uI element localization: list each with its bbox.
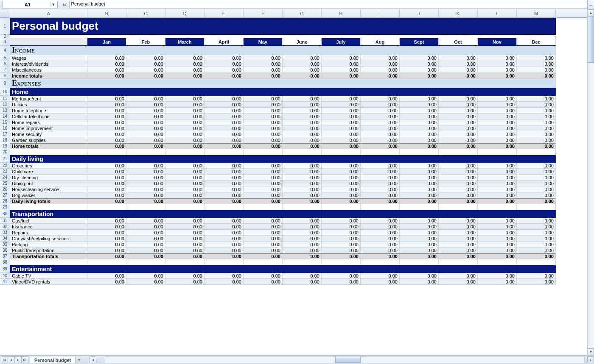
total-cell[interactable]: 0.00	[283, 198, 322, 204]
data-cell[interactable]: 0.00	[283, 96, 322, 102]
total-cell[interactable]: 0.00	[283, 73, 322, 79]
total-cell[interactable]: 0.00	[126, 73, 165, 79]
data-cell[interactable]: 0.00	[87, 242, 126, 247]
row-header[interactable]: 16	[0, 125, 10, 131]
data-cell[interactable]: 0.00	[205, 169, 244, 175]
column-header-K[interactable]: K	[439, 9, 478, 17]
data-cell[interactable]: 0.00	[478, 119, 517, 125]
data-cell[interactable]: 0.00	[165, 192, 205, 198]
data-cell[interactable]: 0.00	[283, 181, 322, 186]
row-label[interactable]: Insurance	[10, 224, 87, 230]
total-cell[interactable]: 0.00	[244, 198, 283, 204]
blank[interactable]	[361, 259, 400, 265]
data-cell[interactable]: 0.00	[322, 96, 361, 102]
data-cell[interactable]: 0.00	[283, 218, 322, 224]
data-cell[interactable]: 0.00	[517, 137, 556, 143]
data-cell[interactable]: 0.00	[126, 181, 165, 186]
blank[interactable]	[10, 204, 87, 210]
data-cell[interactable]: 0.00	[439, 163, 478, 169]
data-cell[interactable]: 0.00	[439, 137, 478, 143]
data-cell[interactable]: 0.00	[400, 279, 439, 285]
data-cell[interactable]: 0.00	[244, 242, 283, 247]
data-cell[interactable]: 0.00	[439, 169, 478, 175]
data-cell[interactable]: 0.00	[165, 96, 205, 102]
data-cell[interactable]: 0.00	[439, 236, 478, 242]
total-cell[interactable]: 0.00	[322, 198, 361, 204]
blank[interactable]	[322, 259, 361, 265]
data-cell[interactable]: 0.00	[244, 108, 283, 114]
data-cell[interactable]: 0.00	[205, 273, 244, 279]
data-cell[interactable]: 0.00	[126, 247, 165, 253]
blank[interactable]	[400, 204, 439, 210]
data-cell[interactable]: 0.00	[322, 163, 361, 169]
row-label[interactable]: Car wash/detailing services	[10, 236, 87, 242]
data-cell[interactable]: 0.00	[244, 163, 283, 169]
data-cell[interactable]: 0.00	[87, 186, 126, 192]
data-cell[interactable]: 0.00	[400, 55, 439, 61]
data-cell[interactable]: 0.00	[361, 224, 400, 230]
blank[interactable]	[165, 204, 205, 210]
data-cell[interactable]: 0.00	[283, 273, 322, 279]
data-cell[interactable]: 0.00	[165, 186, 205, 192]
data-cell[interactable]: 0.00	[322, 55, 361, 61]
row-header[interactable]: 35	[0, 242, 10, 247]
fx-icon[interactable]: fx	[63, 2, 67, 7]
row-header[interactable]: 21	[0, 155, 10, 163]
total-cell[interactable]: 0.00	[165, 198, 205, 204]
data-cell[interactable]: 0.00	[400, 67, 439, 73]
data-cell[interactable]: 0.00	[126, 224, 165, 230]
total-cell[interactable]: 0.00	[244, 143, 283, 149]
month-header[interactable]: Aug	[361, 38, 400, 46]
data-cell[interactable]: 0.00	[87, 218, 126, 224]
data-cell[interactable]: 0.00	[87, 108, 126, 114]
data-cell[interactable]: 0.00	[126, 114, 165, 119]
total-cell[interactable]: 0.00	[165, 253, 205, 259]
total-cell[interactable]: 0.00	[439, 143, 478, 149]
row-label[interactable]: Child care	[10, 169, 87, 175]
data-cell[interactable]: 0.00	[439, 279, 478, 285]
row-label[interactable]: Housecleaning service	[10, 186, 87, 192]
vertical-scrollbar[interactable]: ▲ ▼	[587, 9, 594, 355]
total-cell[interactable]: 0.00	[361, 73, 400, 79]
column-header-G[interactable]: G	[283, 9, 322, 17]
row-header[interactable]: 36	[0, 247, 10, 253]
total-label[interactable]: Daily living totals	[10, 198, 87, 204]
data-cell[interactable]: 0.00	[87, 61, 126, 67]
data-cell[interactable]: 0.00	[244, 224, 283, 230]
data-cell[interactable]: 0.00	[361, 163, 400, 169]
data-cell[interactable]: 0.00	[205, 186, 244, 192]
column-header-H[interactable]: H	[322, 9, 361, 17]
data-cell[interactable]: 0.00	[439, 247, 478, 253]
row-header[interactable]: 41	[0, 279, 10, 285]
data-cell[interactable]: 0.00	[205, 175, 244, 181]
data-cell[interactable]: 0.00	[126, 131, 165, 137]
data-cell[interactable]: 0.00	[517, 108, 556, 114]
new-sheet-icon[interactable]: ✦	[77, 357, 81, 363]
data-cell[interactable]: 0.00	[165, 175, 205, 181]
data-cell[interactable]: 0.00	[205, 242, 244, 247]
row-header[interactable]: 38	[0, 259, 10, 265]
total-cell[interactable]: 0.00	[400, 253, 439, 259]
data-cell[interactable]: 0.00	[244, 119, 283, 125]
data-cell[interactable]: 0.00	[361, 192, 400, 198]
row-header[interactable]: 28	[0, 198, 10, 204]
data-cell[interactable]: 0.00	[400, 273, 439, 279]
hscroll-track[interactable]	[105, 356, 585, 363]
blank[interactable]	[87, 259, 126, 265]
data-cell[interactable]: 0.00	[205, 137, 244, 143]
blank-cell[interactable]	[10, 35, 556, 38]
data-cell[interactable]: 0.00	[439, 192, 478, 198]
data-cell[interactable]: 0.00	[361, 137, 400, 143]
blank[interactable]	[478, 259, 517, 265]
blank[interactable]	[126, 259, 165, 265]
total-cell[interactable]: 0.00	[400, 73, 439, 79]
data-cell[interactable]: 0.00	[126, 175, 165, 181]
data-cell[interactable]: 0.00	[361, 169, 400, 175]
data-cell[interactable]: 0.00	[244, 230, 283, 236]
blank[interactable]	[205, 259, 244, 265]
category-header[interactable]: Daily living	[10, 155, 556, 163]
row-header[interactable]: 14	[0, 114, 10, 119]
data-cell[interactable]: 0.00	[439, 218, 478, 224]
total-cell[interactable]: 0.00	[244, 253, 283, 259]
row-header[interactable]: 32	[0, 224, 10, 230]
